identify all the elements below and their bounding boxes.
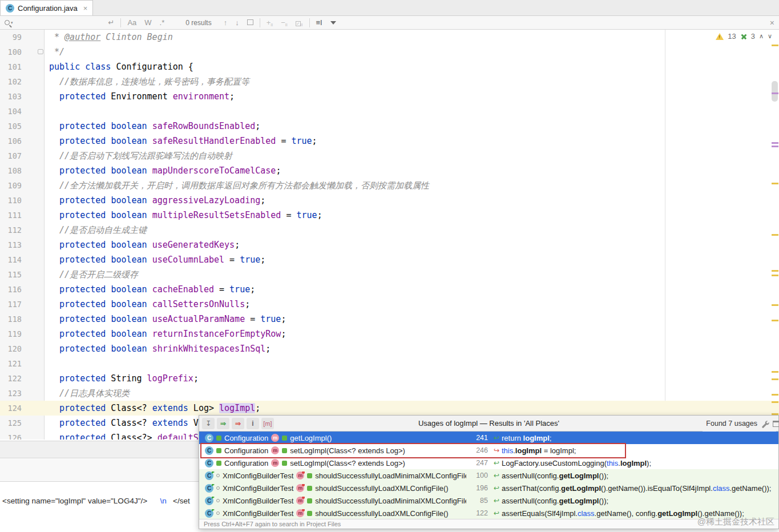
code-line[interactable]: 116 protected boolean cacheEnabled = tru…	[0, 282, 779, 297]
code-line[interactable]: 123 //日志具体实现类	[0, 386, 779, 401]
next-occurrence-button[interactable]: ↓	[231, 18, 243, 27]
whole-words-toggle[interactable]: W	[140, 18, 155, 27]
code-text: protected boolean useGeneratedKeys;	[49, 237, 779, 252]
code-line[interactable]: 102 //数据库信息，连接地址，账号密码，事务配置等	[0, 74, 779, 89]
prev-problem-icon[interactable]: ∧	[759, 33, 764, 40]
method-icon: m	[296, 497, 304, 505]
code-text: //是否启动下划线写法跟驼峰写法的自动映射	[49, 148, 779, 163]
info-stripe-mark[interactable]	[772, 142, 778, 144]
warning-stripe-mark[interactable]	[772, 270, 778, 272]
code-text: protected boolean returnInstanceForEmpty…	[49, 327, 779, 341]
code-line[interactable]: 115 //是否开启二级缓存	[0, 267, 779, 282]
usage-row[interactable]: CConfigurationmgetLogImpl()241↩return lo…	[199, 432, 778, 444]
code-line[interactable]: 106 protected boolean safeResultHandlerE…	[0, 134, 779, 148]
code-line[interactable]: 104	[0, 104, 779, 119]
code-line[interactable]: 121	[0, 356, 779, 371]
settings-wrench-icon[interactable]	[761, 420, 769, 428]
usage-row[interactable]: CConfigurationmsetLogImpl(Class<? extend…	[199, 457, 778, 469]
code-line[interactable]: 109 //全方法懒加载开关，开启时，调用数据库返回对象所有方法都会触发懒加载，…	[0, 178, 779, 193]
code-line[interactable]: 124 protected Class<? extends Log> logIm…	[0, 401, 779, 416]
code-line[interactable]: 107 //是否启动下划线写法跟驼峰写法的自动映射	[0, 148, 779, 163]
method-icon: m	[296, 484, 304, 492]
read-access-filter-icon[interactable]: ⇒	[217, 418, 229, 429]
usage-row[interactable]: CXmlConfigBuilderTestmshouldSuccessfully…	[199, 469, 778, 482]
fold-marker-icon[interactable]	[38, 49, 43, 54]
inspections-widget[interactable]: 13 3 ∧ ∨	[716, 32, 772, 41]
info-stripe-mark[interactable]	[772, 146, 778, 147]
write-access-filter-icon[interactable]: ⇒	[232, 418, 244, 429]
line-number: 125	[0, 416, 22, 430]
code-text: //日志具体实现类	[49, 386, 779, 401]
warning-stripe-mark[interactable]	[772, 378, 778, 380]
regex-toggle[interactable]: .*	[156, 18, 169, 27]
info-icon[interactable]: i	[247, 418, 259, 429]
read-access-icon: ↩	[491, 459, 502, 467]
test-marker-icon	[302, 471, 305, 474]
pin-window-icon[interactable]	[773, 421, 779, 427]
run-test-icon	[212, 484, 215, 486]
warning-stripe-mark[interactable]	[772, 45, 778, 46]
code-line[interactable]: 103 protected Environment environment;	[0, 89, 779, 104]
prev-occurrence-button[interactable]: ↑	[220, 18, 232, 27]
warning-stripe-mark[interactable]	[772, 371, 778, 373]
usage-method-name: shouldSuccessfullyLoadXMLConfigFile()	[315, 509, 448, 518]
line-number: 100	[0, 45, 22, 59]
code-line[interactable]: 113 protected boolean useGeneratedKeys;	[0, 237, 779, 252]
code-line[interactable]: 99 * @author Clinton Begin	[0, 30, 779, 45]
code-line[interactable]: 105 protected boolean safeRowBoundsEnabl…	[0, 119, 779, 134]
code-line[interactable]: 108 protected boolean mapUnderscoreToCam…	[0, 163, 779, 178]
code-line[interactable]: 114 protected boolean useColumnLabel = t…	[0, 252, 779, 267]
filter-icon[interactable]	[330, 21, 336, 25]
select-all-occurrences-icon[interactable]	[243, 18, 257, 27]
usage-row[interactable]: CXmlConfigBuilderTestmshouldSuccessfully…	[199, 482, 778, 494]
xml-preview-line[interactable]: <setting name="logImpl" value="LOG4J"/> …	[2, 497, 199, 505]
warning-stripe-mark[interactable]	[772, 275, 778, 276]
next-problem-icon[interactable]: ∨	[768, 33, 772, 40]
method-icon: m	[271, 434, 279, 442]
info-stripe-mark[interactable]	[772, 92, 778, 94]
code-line[interactable]: 119 protected boolean returnInstanceForE…	[0, 327, 779, 341]
warning-icon	[716, 33, 724, 40]
remove-selection-icon[interactable]: −II	[277, 18, 291, 27]
add-selection-icon[interactable]: +II	[263, 18, 277, 27]
search-options-icon[interactable]: ≡I	[312, 18, 326, 27]
tab-configuration-java[interactable]: C Configuration.java ×	[0, 0, 93, 15]
code-line[interactable]: 111 protected boolean multipleResultSets…	[0, 208, 779, 223]
warning-stripe-mark[interactable]	[772, 320, 778, 321]
code-line[interactable]: 112 //是否启动自生成主键	[0, 223, 779, 237]
search-icon[interactable]	[5, 20, 10, 25]
public-badge-icon	[216, 461, 221, 466]
toggle-selection-icon[interactable]: ✓II	[292, 18, 307, 27]
newline-icon[interactable]: ↵	[104, 18, 119, 27]
close-search-icon[interactable]: ×	[770, 18, 774, 27]
usage-row[interactable]: CConfigurationmsetLogImpl(Class<? extend…	[199, 444, 778, 457]
search-input[interactable]	[13, 16, 104, 29]
usage-row[interactable]: CXmlConfigBuilderTestmshouldSuccessfully…	[199, 507, 778, 519]
usage-row[interactable]: CXmlConfigBuilderTestmshouldSuccessfully…	[199, 494, 778, 507]
code-line[interactable]: 122 protected String logPrefix;	[0, 371, 779, 386]
warning-stripe-mark[interactable]	[772, 304, 778, 306]
class-icon: C	[205, 509, 213, 518]
warning-stripe-mark[interactable]	[772, 401, 778, 403]
match-case-toggle[interactable]: Aa	[123, 18, 140, 27]
scrollbar-thumb[interactable]	[772, 81, 778, 102]
code-line[interactable]: 101public class Configuration {	[0, 59, 779, 74]
line-number: 99	[0, 30, 22, 45]
code-line[interactable]: 117 protected boolean callSettersOnNulls…	[0, 297, 779, 312]
code-line[interactable]: 118 protected boolean useActualParamName…	[0, 312, 779, 327]
warning-stripe-mark[interactable]	[772, 234, 778, 236]
open-in-toolwindow-icon[interactable]: ↧	[202, 418, 215, 429]
code-line[interactable]: 100 */	[0, 45, 779, 59]
merge-usages-icon[interactable]: [m]	[261, 418, 274, 429]
typo-icon	[740, 33, 747, 40]
warning-stripe-mark[interactable]	[772, 183, 778, 184]
code-line[interactable]: 120 protected boolean shrinkWhitespacesI…	[0, 341, 779, 356]
line-number: 109	[0, 178, 22, 193]
tab-close-icon[interactable]: ×	[83, 4, 88, 13]
usage-method-name: shouldSuccessfullyLoadXMLConfigFile()	[315, 484, 448, 493]
public-badge-icon	[307, 511, 312, 516]
usage-class-name: XmlConfigBuilderTest	[223, 497, 293, 505]
divider	[120, 18, 121, 27]
code-line[interactable]: 110 protected boolean aggressiveLazyLoad…	[0, 193, 779, 208]
warning-stripe-mark[interactable]	[772, 394, 778, 396]
